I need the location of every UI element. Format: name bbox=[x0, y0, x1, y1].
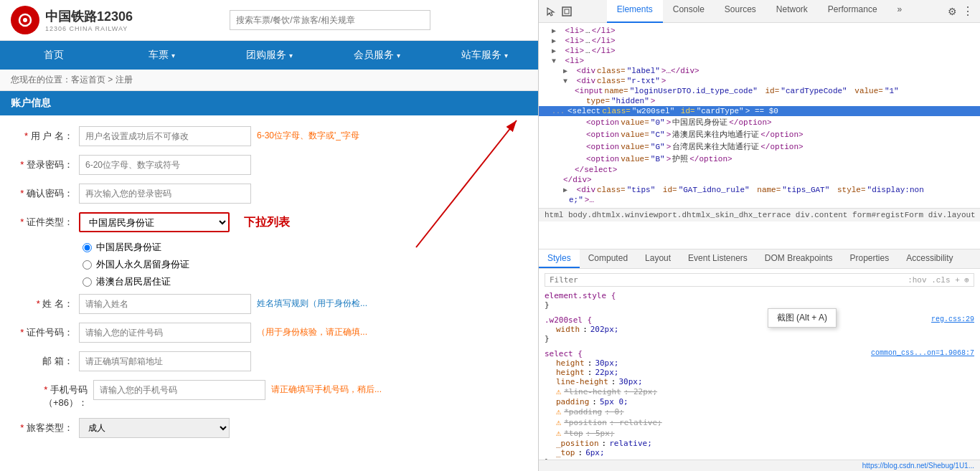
name-hint: 姓名填写规则（用于身份检... bbox=[257, 294, 367, 310]
traveler-type-row: * 旅客类型： 成人 儿童 学生 残疾军人 bbox=[14, 418, 524, 438]
email-label: 邮 箱： bbox=[14, 351, 79, 368]
tab-performance[interactable]: Performance bbox=[818, 0, 887, 23]
style-selector-element: element.style { bbox=[545, 291, 616, 300]
radio-hk-id[interactable]: 港澳台居民居住证 bbox=[83, 275, 524, 288]
dom-line-select-close[interactable]: </select> bbox=[539, 165, 980, 175]
dom-line-option-g[interactable]: <option value= "G" > 台湾居民来往大陆通行证 </optio… bbox=[539, 141, 980, 153]
devtools-tabs: Elements Console Sources Network Perform… bbox=[607, 0, 913, 23]
dom-line-select[interactable]: ... <select class= "w200sel" id= "cardTy… bbox=[539, 106, 980, 116]
style-prop-height-22: height : 22px; bbox=[545, 368, 974, 377]
tab-sources[interactable]: Sources bbox=[715, 0, 766, 23]
devtools-more-icon[interactable]: ⋮ bbox=[960, 4, 976, 19]
username-input[interactable] bbox=[79, 126, 251, 146]
tab-styles[interactable]: Styles bbox=[539, 249, 580, 268]
tab-elements[interactable]: Elements bbox=[607, 0, 663, 23]
dom-line-option-c[interactable]: <option value= "C" > 港澳居民来往内地通行证 </optio… bbox=[539, 128, 980, 141]
username-hint: 6-30位字母、数字或'_'字母 bbox=[257, 126, 359, 142]
phone-row: * 手机号码（+86）： 请正确填写手机号码，稍后... bbox=[14, 380, 524, 409]
style-prop-width: width : 202px; bbox=[545, 325, 974, 334]
style-selector-w200sel: .w200sel { bbox=[545, 315, 592, 325]
style-prop-height-30: height : 30px; bbox=[545, 358, 974, 368]
tab-dom-breakpoints[interactable]: DOM Breakpoints bbox=[756, 249, 842, 268]
dom-tree: ▶ <li> … </li> ▶ <li> … </li> ▶ <li> … bbox=[539, 23, 980, 249]
id-type-select-wrapper: 中国居民身份证 外国人永久居留身份证 港澳台居民居住证 bbox=[79, 212, 230, 232]
dom-line-li-open[interactable]: ▼ <li> bbox=[539, 56, 980, 66]
dom-line-option0[interactable]: <option value= "0" > 中国居民身份证 </option> bbox=[539, 116, 980, 128]
tab-accessibility[interactable]: Accessibility bbox=[897, 249, 961, 268]
box-inspect-icon[interactable] bbox=[559, 4, 575, 19]
radio-foreign-id[interactable]: 外国人永久居留身份证 bbox=[83, 258, 524, 271]
tab-computed[interactable]: Computed bbox=[580, 249, 636, 268]
bottom-link-bar: https://blog.csdn.net/Shebug/1U1... bbox=[539, 460, 980, 471]
traveler-type-select[interactable]: 成人 儿童 学生 残疾军人 bbox=[79, 418, 230, 438]
cursor-icon[interactable] bbox=[543, 4, 559, 19]
style-prop-top-6: _top : 6px; bbox=[545, 448, 974, 457]
site-header: 中国铁路12306 12306 CHINA RAILWAY bbox=[0, 0, 538, 41]
username-label: * 用 户 名： bbox=[14, 126, 79, 143]
id-type-select[interactable]: 中国居民身份证 外国人永久居留身份证 港澳台居民居住证 bbox=[79, 212, 230, 232]
radio-chinese-id[interactable]: 中国居民身份证 bbox=[83, 241, 524, 254]
style-source-select[interactable]: common_css...on=1.9068:7 bbox=[871, 349, 974, 358]
warn-icon-top: ⚠ bbox=[556, 428, 561, 439]
tab-properties[interactable]: Properties bbox=[842, 249, 898, 268]
tab-event-listeners[interactable]: Event Listeners bbox=[679, 249, 756, 268]
password-row: * 登录密码： bbox=[14, 155, 524, 175]
style-rule-select: select { common_css...on=1.9068:7 height… bbox=[545, 349, 974, 460]
nav-group[interactable]: 团购服务 ▾ bbox=[215, 41, 323, 70]
dom-line-input[interactable]: <input name= "loginUserDTO.id_type_code"… bbox=[539, 86, 980, 96]
logo-title: 中国铁路12306 bbox=[45, 8, 133, 25]
group-chevron-icon: ▾ bbox=[289, 52, 293, 60]
svg-rect-4 bbox=[565, 9, 569, 14]
svg-rect-3 bbox=[562, 7, 571, 16]
member-chevron-icon: ▾ bbox=[397, 52, 400, 60]
confirm-password-input[interactable] bbox=[79, 184, 251, 204]
dom-line-li1[interactable]: ▶ <li> … </li> bbox=[539, 26, 980, 36]
email-input[interactable] bbox=[79, 351, 251, 371]
tab-console[interactable]: Console bbox=[663, 0, 715, 23]
dom-line-tips2[interactable]: e;" >… bbox=[539, 195, 980, 205]
dom-line-div-label[interactable]: ▶ <div class= "label" >…</div> bbox=[539, 66, 980, 76]
section-header: 账户信息 bbox=[0, 91, 538, 115]
id-number-hint: （用于身份核验，请正确填... bbox=[257, 323, 367, 338]
dropdown-annotation: 下拉列表 bbox=[244, 212, 290, 230]
style-source-w200sel[interactable]: reg.css:29 bbox=[931, 315, 974, 325]
id-number-row: * 证件号码： （用于身份核验，请正确填... bbox=[14, 323, 524, 343]
dom-line-li3[interactable]: ▶ <li> … </li> bbox=[539, 46, 980, 56]
name-input[interactable] bbox=[79, 294, 251, 314]
nav-home[interactable]: 首页 bbox=[0, 41, 108, 70]
styles-filter-hint: :hov .cls + ⊕ bbox=[908, 275, 969, 285]
style-prop-padding-0: ⚠ *padding : 0; bbox=[545, 406, 974, 417]
logo-subtitle: 12306 CHINA RAILWAY bbox=[45, 25, 133, 32]
nav-member[interactable]: 会员服务 ▾ bbox=[323, 41, 430, 70]
app-container: 中国铁路12306 12306 CHINA RAILWAY 首页 车票 ▾ 团购… bbox=[0, 0, 980, 471]
styles-filter-input[interactable] bbox=[550, 275, 908, 285]
styles-filter-row: :hov .cls + ⊕ bbox=[545, 273, 974, 287]
nav-station[interactable]: 站车服务 ▾ bbox=[430, 41, 538, 70]
main-nav: 首页 车票 ▾ 团购服务 ▾ 会员服务 ▾ 站车服务 ▾ bbox=[0, 41, 538, 70]
dom-line-option-b[interactable]: <option value= "B" > 护照 </option> bbox=[539, 153, 980, 165]
tab-layout[interactable]: Layout bbox=[636, 249, 679, 268]
password-input[interactable] bbox=[79, 155, 251, 175]
style-prop-lh-30: line-height : 30px; bbox=[545, 377, 974, 386]
password-label: * 登录密码： bbox=[14, 155, 79, 171]
screenshot-tooltip: 截图 (Alt + A) bbox=[768, 308, 837, 328]
dom-line-div-close[interactable]: </div> bbox=[539, 175, 980, 185]
dom-line-tips[interactable]: ▶ <div class= "tips" id= "GAT_idno_rule"… bbox=[539, 185, 980, 195]
email-row: 邮 箱： bbox=[14, 351, 524, 371]
dom-line-input-type[interactable]: type= "hidden" > bbox=[539, 96, 980, 106]
phone-input[interactable] bbox=[93, 380, 265, 400]
tab-network[interactable]: Network bbox=[766, 0, 818, 23]
devtools-top-bar: Elements Console Sources Network Perform… bbox=[539, 0, 980, 23]
devtools-settings-icon[interactable]: ⚙ bbox=[944, 4, 960, 19]
confirm-password-row: * 确认密码： bbox=[14, 184, 524, 204]
warn-icon-padding: ⚠ bbox=[556, 406, 561, 417]
search-input[interactable] bbox=[230, 10, 430, 30]
tab-more[interactable]: » bbox=[887, 0, 913, 23]
style-prop-pos-rel: _position : relative; bbox=[545, 439, 974, 448]
nav-tickets[interactable]: 车票 ▾ bbox=[108, 41, 215, 70]
dom-line-li2[interactable]: ▶ <li> … </li> bbox=[539, 36, 980, 46]
dom-line-div-rtxt[interactable]: ▼ <div class= "r-txt" > bbox=[539, 76, 980, 86]
warn-icon-lh: ⚠ bbox=[556, 386, 561, 397]
id-number-input[interactable] bbox=[79, 323, 251, 343]
style-prop-padding: padding : 5px 0; bbox=[545, 397, 974, 406]
